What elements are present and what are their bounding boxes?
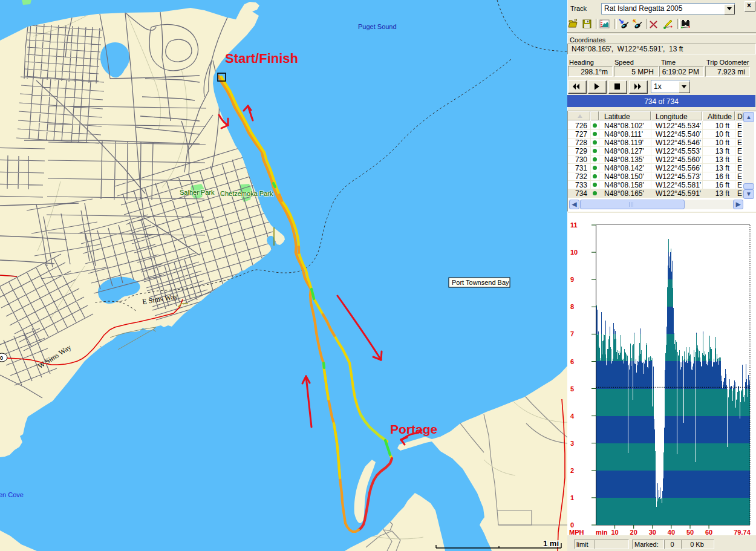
svg-text:2: 2 xyxy=(570,467,574,474)
svg-text:Portage: Portage xyxy=(390,422,437,436)
svg-text:10: 10 xyxy=(570,249,578,256)
svg-text:Port Townsend Bay: Port Townsend Bay xyxy=(452,279,509,286)
svg-text:0: 0 xyxy=(570,521,574,529)
svg-text:5: 5 xyxy=(570,385,574,393)
svg-text:6: 6 xyxy=(570,358,574,365)
svg-text:Salher Park: Salher Park xyxy=(180,189,215,196)
svg-text:0: 0 xyxy=(0,355,3,361)
svg-text:Start/Finish: Start/Finish xyxy=(225,51,298,66)
svg-text:7: 7 xyxy=(570,330,574,337)
svg-text:1 mi: 1 mi xyxy=(543,539,559,548)
svg-text:9: 9 xyxy=(570,276,574,283)
svg-text:4: 4 xyxy=(570,412,575,420)
svg-text:3: 3 xyxy=(570,440,574,447)
svg-text:1: 1 xyxy=(570,494,574,501)
svg-text:Chetzemoka Park: Chetzemoka Park xyxy=(220,190,273,197)
svg-text:11: 11 xyxy=(570,221,578,229)
svg-text:8: 8 xyxy=(570,303,574,310)
svg-text:en Cove: en Cove xyxy=(0,491,24,498)
svg-text:Puget Sound: Puget Sound xyxy=(358,23,397,30)
